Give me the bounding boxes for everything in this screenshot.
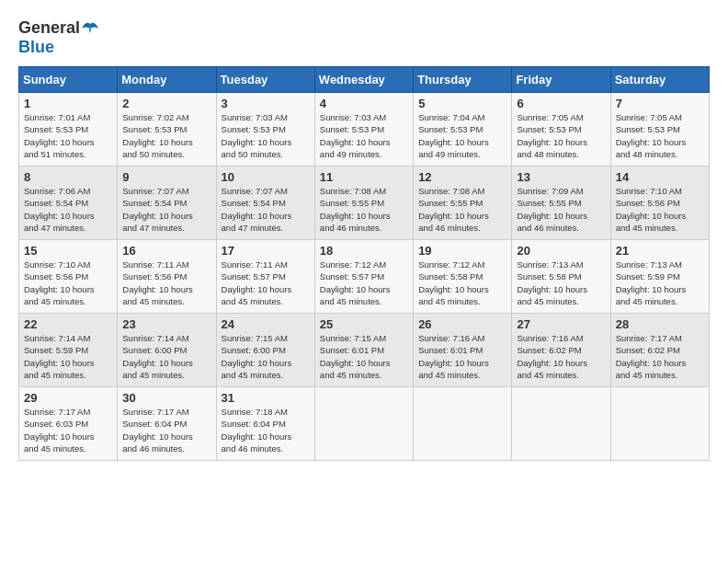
day-detail: Sunrise: 7:08 AM Sunset: 5:55 PM Dayligh… [418,185,506,234]
day-number: 24 [222,317,310,331]
day-number: 27 [517,317,605,331]
day-number: 7 [616,97,704,110]
day-detail: Sunrise: 7:15 AM Sunset: 6:00 PM Dayligh… [222,332,310,381]
day-number: 15 [24,244,112,258]
calendar-cell: 7Sunrise: 7:05 AM Sunset: 5:53 PM Daylig… [610,93,709,167]
calendar-cell: 6Sunrise: 7:05 AM Sunset: 5:53 PM Daylig… [512,93,610,167]
logo-blue-text: Blue [18,38,54,57]
day-number: 3 [222,97,310,110]
day-number: 4 [320,97,408,110]
day-detail: Sunrise: 7:05 AM Sunset: 5:53 PM Dayligh… [517,111,605,160]
calendar-week-2: 8Sunrise: 7:06 AM Sunset: 5:54 PM Daylig… [19,167,710,240]
calendar-table: SundayMondayTuesdayWednesdayThursdayFrid… [18,66,710,461]
header-wednesday: Wednesday [314,67,413,93]
day-number: 10 [222,170,310,184]
day-number: 20 [517,244,605,258]
day-detail: Sunrise: 7:17 AM Sunset: 6:02 PM Dayligh… [616,332,704,381]
calendar-cell: 11Sunrise: 7:08 AM Sunset: 5:55 PM Dayli… [314,167,413,240]
calendar-cell: 24Sunrise: 7:15 AM Sunset: 6:00 PM Dayli… [216,314,314,387]
day-detail: Sunrise: 7:03 AM Sunset: 5:53 PM Dayligh… [222,111,310,160]
day-detail: Sunrise: 7:01 AM Sunset: 5:53 PM Dayligh… [24,111,112,160]
calendar-cell: 1Sunrise: 7:01 AM Sunset: 5:53 PM Daylig… [19,93,118,167]
day-number: 17 [222,244,310,258]
day-number: 9 [122,170,210,184]
day-detail: Sunrise: 7:08 AM Sunset: 5:55 PM Dayligh… [320,185,408,234]
calendar-week-4: 22Sunrise: 7:14 AM Sunset: 5:59 PM Dayli… [19,314,710,387]
day-number: 5 [418,97,506,110]
calendar-cell: 5Sunrise: 7:04 AM Sunset: 5:53 PM Daylig… [414,93,512,167]
calendar-cell: 30Sunrise: 7:17 AM Sunset: 6:04 PM Dayli… [118,387,216,461]
day-number: 14 [616,170,704,184]
calendar-cell: 19Sunrise: 7:12 AM Sunset: 5:58 PM Dayli… [414,240,512,314]
day-detail: Sunrise: 7:11 AM Sunset: 5:57 PM Dayligh… [222,259,310,307]
calendar-header-row: SundayMondayTuesdayWednesdayThursdayFrid… [19,67,710,93]
day-detail: Sunrise: 7:02 AM Sunset: 5:53 PM Dayligh… [122,111,210,160]
calendar-cell: 3Sunrise: 7:03 AM Sunset: 5:53 PM Daylig… [216,93,314,167]
day-detail: Sunrise: 7:17 AM Sunset: 6:03 PM Dayligh… [24,406,112,454]
day-detail: Sunrise: 7:06 AM Sunset: 5:54 PM Dayligh… [24,185,112,234]
day-detail: Sunrise: 7:13 AM Sunset: 5:58 PM Dayligh… [517,259,605,307]
calendar-cell: 26Sunrise: 7:16 AM Sunset: 6:01 PM Dayli… [414,314,512,387]
day-detail: Sunrise: 7:15 AM Sunset: 6:01 PM Dayligh… [320,332,408,381]
calendar-cell: 21Sunrise: 7:13 AM Sunset: 5:59 PM Dayli… [610,240,709,314]
day-number: 28 [616,317,704,331]
calendar-cell: 4Sunrise: 7:03 AM Sunset: 5:53 PM Daylig… [314,93,413,167]
calendar-cell: 2Sunrise: 7:02 AM Sunset: 5:53 PM Daylig… [118,93,216,167]
day-detail: Sunrise: 7:14 AM Sunset: 5:59 PM Dayligh… [24,332,112,381]
calendar-cell: 29Sunrise: 7:17 AM Sunset: 6:03 PM Dayli… [19,387,118,461]
header-thursday: Thursday [414,67,512,93]
day-detail: Sunrise: 7:07 AM Sunset: 5:54 PM Dayligh… [222,185,310,234]
day-number: 21 [616,244,704,258]
logo-general-text: General [18,18,80,38]
day-number: 19 [418,244,506,258]
calendar-cell [414,387,512,461]
day-detail: Sunrise: 7:05 AM Sunset: 5:53 PM Dayligh… [616,111,704,160]
day-detail: Sunrise: 7:10 AM Sunset: 5:56 PM Dayligh… [616,185,704,234]
day-detail: Sunrise: 7:16 AM Sunset: 6:02 PM Dayligh… [517,332,605,381]
header-friday: Friday [512,67,610,93]
day-number: 23 [122,317,210,331]
day-number: 13 [517,170,605,184]
day-detail: Sunrise: 7:04 AM Sunset: 5:53 PM Dayligh… [418,111,506,160]
calendar-cell: 18Sunrise: 7:12 AM Sunset: 5:57 PM Dayli… [314,240,413,314]
header-monday: Monday [118,67,216,93]
logo-bird-icon [80,20,100,37]
logo-area: GeneralBlue [18,18,100,57]
calendar-cell: 25Sunrise: 7:15 AM Sunset: 6:01 PM Dayli… [314,314,413,387]
calendar-cell: 31Sunrise: 7:18 AM Sunset: 6:04 PM Dayli… [216,387,314,461]
page-header: GeneralBlue [18,18,710,57]
day-number: 6 [517,97,605,110]
calendar-cell [610,387,709,461]
day-number: 26 [418,317,506,331]
day-detail: Sunrise: 7:14 AM Sunset: 6:00 PM Dayligh… [122,332,210,381]
calendar-cell: 12Sunrise: 7:08 AM Sunset: 5:55 PM Dayli… [414,167,512,240]
day-detail: Sunrise: 7:16 AM Sunset: 6:01 PM Dayligh… [418,332,506,381]
calendar-week-3: 15Sunrise: 7:10 AM Sunset: 5:56 PM Dayli… [19,240,710,314]
day-detail: Sunrise: 7:13 AM Sunset: 5:59 PM Dayligh… [616,259,704,307]
header-saturday: Saturday [610,67,709,93]
day-number: 25 [320,317,408,331]
day-number: 1 [24,97,112,110]
day-detail: Sunrise: 7:10 AM Sunset: 5:56 PM Dayligh… [24,259,112,307]
day-detail: Sunrise: 7:03 AM Sunset: 5:53 PM Dayligh… [320,111,408,160]
day-number: 8 [24,170,112,184]
day-detail: Sunrise: 7:09 AM Sunset: 5:55 PM Dayligh… [517,185,605,234]
calendar-cell: 8Sunrise: 7:06 AM Sunset: 5:54 PM Daylig… [19,167,118,240]
day-number: 16 [122,244,210,258]
calendar-cell: 13Sunrise: 7:09 AM Sunset: 5:55 PM Dayli… [512,167,610,240]
day-detail: Sunrise: 7:12 AM Sunset: 5:57 PM Dayligh… [320,259,408,307]
calendar-cell: 15Sunrise: 7:10 AM Sunset: 5:56 PM Dayli… [19,240,118,314]
day-detail: Sunrise: 7:17 AM Sunset: 6:04 PM Dayligh… [122,406,210,454]
calendar-cell: 16Sunrise: 7:11 AM Sunset: 5:56 PM Dayli… [118,240,216,314]
day-detail: Sunrise: 7:07 AM Sunset: 5:54 PM Dayligh… [122,185,210,234]
day-number: 30 [122,391,210,405]
calendar-cell: 17Sunrise: 7:11 AM Sunset: 5:57 PM Dayli… [216,240,314,314]
calendar-cell: 27Sunrise: 7:16 AM Sunset: 6:02 PM Dayli… [512,314,610,387]
day-number: 18 [320,244,408,258]
header-tuesday: Tuesday [216,67,314,93]
calendar-week-1: 1Sunrise: 7:01 AM Sunset: 5:53 PM Daylig… [19,93,710,167]
day-number: 2 [122,97,210,110]
day-number: 22 [24,317,112,331]
day-number: 11 [320,170,408,184]
calendar-cell [512,387,610,461]
